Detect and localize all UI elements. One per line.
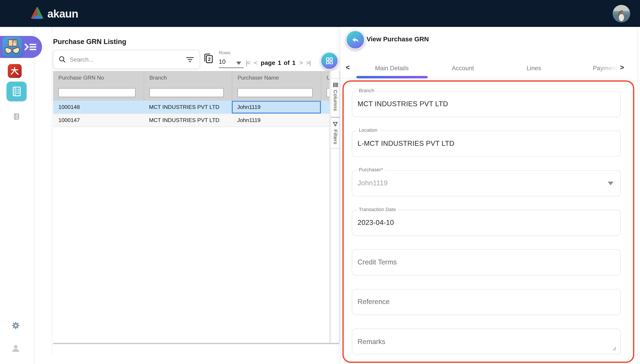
cell-branch[interactable]: MCT INDUSTRIES PVT LTD — [144, 114, 232, 126]
brand-name: akaun — [47, 8, 78, 20]
filter-input-purchaser-name[interactable] — [238, 88, 313, 97]
dropdown-caret-icon[interactable] — [608, 182, 614, 185]
top-bar: akaun — [0, 0, 640, 27]
brand-logo: akaun — [30, 6, 78, 22]
filter-input-updated[interactable] — [326, 88, 329, 97]
field-reference[interactable]: Reference — [352, 289, 621, 315]
duplicate-pages-button[interactable]: 2 — [203, 52, 214, 66]
table-row[interactable]: 1000147 MCT INDUSTRIES PVT LTD John1119 — [53, 114, 329, 127]
settings-button[interactable] — [12, 322, 20, 331]
rows-dropdown-caret-icon[interactable] — [236, 62, 241, 65]
last-page-button[interactable]: >| — [306, 59, 310, 66]
detail-title: View Purchase GRN — [366, 36, 429, 43]
tab-payment[interactable]: Payment — [569, 59, 617, 76]
field-label: Purchaser* — [357, 167, 385, 173]
tab-main-details[interactable]: Main Details — [356, 59, 427, 76]
sidebar-item-da-app[interactable] — [8, 64, 22, 78]
field-label: Branch — [357, 88, 376, 94]
filters-side-tab-label: Filters — [332, 129, 338, 144]
cell-purchaser-selected[interactable]: John1119 — [232, 101, 321, 114]
profile-button[interactable] — [11, 344, 20, 354]
cell-purchaser[interactable]: John1119 — [232, 114, 321, 126]
field-placeholder: Reference — [358, 298, 390, 306]
first-page-button[interactable]: |< — [246, 59, 250, 66]
column-header-branch[interactable]: Branch — [144, 71, 232, 85]
da-character-icon — [9, 66, 20, 76]
search-input[interactable] — [69, 56, 186, 63]
sidebar-divider — [34, 27, 34, 364]
cell-updated[interactable] — [321, 114, 330, 126]
sidebar-item-listing-app-active[interactable] — [6, 82, 26, 101]
rows-select-underline — [219, 67, 244, 68]
page-title: Purchase GRN Listing — [53, 38, 126, 46]
cell-grn-no[interactable]: 1000148 — [53, 101, 144, 114]
field-purchaser[interactable]: Purchaser* John1119 — [352, 170, 621, 196]
field-value: 2023-04-10 — [358, 219, 394, 227]
hands-holding-box-icon — [2, 37, 22, 57]
columns-side-tab[interactable]: Columns — [331, 79, 340, 118]
field-label: Location — [357, 127, 379, 133]
detail-panel: View Purchase GRN < Main Details Account… — [341, 27, 640, 364]
field-credit-terms[interactable]: Credit Terms — [352, 249, 621, 276]
table-side-tabs: Columns Filters — [331, 71, 340, 343]
pagination: |< < page 1 of 1 > >| — [246, 58, 311, 67]
filter-input-grn-no[interactable] — [58, 88, 136, 97]
back-arrow-icon — [351, 35, 360, 44]
total-pages: 1 — [292, 59, 296, 66]
grid-icon — [325, 56, 334, 65]
field-remarks[interactable]: Remarks — [352, 329, 621, 354]
field-location[interactable]: Location L-MCT INDUSTRIES PVT LTD — [352, 131, 621, 157]
previous-page-button[interactable]: < — [254, 59, 257, 66]
panel-scrollbar-track[interactable] — [637, 27, 638, 364]
side-tabs-spacer — [331, 71, 340, 79]
person-icon — [11, 344, 20, 353]
field-placeholder: Credit Terms — [358, 258, 397, 267]
column-header-purchaser-name[interactable]: Purchaser Name — [232, 71, 321, 85]
field-placeholder: Remarks — [358, 338, 385, 346]
field-branch[interactable]: Branch MCT INDUSTRIES PVT LTD — [352, 91, 621, 117]
sidebar-item-goods-receipt-app[interactable] — [2, 37, 22, 57]
tabs-scroll-right-button[interactable]: > — [620, 64, 624, 72]
content-divider — [52, 27, 52, 354]
sidebar-item-listing-inactive[interactable] — [12, 112, 21, 122]
back-button[interactable] — [346, 30, 365, 49]
table-right-border — [329, 71, 330, 343]
field-transaction-date[interactable]: Transaction Date 2023-04-10 — [352, 210, 621, 236]
expand-menu-icon — [24, 42, 37, 52]
tab-account[interactable]: Account — [427, 59, 498, 76]
textarea-resize-handle-icon[interactable] — [613, 345, 616, 352]
user-avatar[interactable] — [613, 5, 630, 22]
cell-updated[interactable] — [321, 101, 330, 114]
current-page-number: 1 — [278, 59, 281, 66]
gear-icon — [12, 322, 20, 329]
form-listing-icon — [10, 84, 23, 98]
columns-side-tab-label: Columns — [332, 90, 338, 111]
field-value: L-MCT INDUSTRIES PVT LTD — [358, 140, 454, 148]
grid-view-button[interactable] — [320, 52, 338, 70]
app-window: akaun — [0, 0, 640, 364]
tab-lines[interactable]: Lines — [498, 59, 570, 76]
rows-per-page-label: Rows — [219, 50, 230, 55]
detail-tabs: Main Details Account Lines Payment — [356, 59, 617, 76]
cell-grn-no[interactable]: 1000147 — [53, 114, 144, 126]
page-word: page — [261, 59, 275, 66]
grn-table: Purchase GRN No Branch Purchaser Name Up… — [53, 71, 329, 127]
columns-icon — [333, 82, 338, 87]
search-box — [53, 50, 200, 69]
next-page-button[interactable]: > — [299, 59, 302, 66]
filters-side-tab[interactable]: Filters — [331, 118, 340, 149]
akaun-triangle-logo-icon — [30, 6, 44, 22]
active-tab-underline — [356, 76, 428, 78]
table-row[interactable]: 1000148 MCT INDUSTRIES PVT LTD John1119 — [53, 101, 329, 114]
column-header-updated[interactable]: Up — [321, 71, 330, 85]
search-icon — [59, 56, 66, 63]
tabs-scroll-left-button[interactable]: < — [346, 64, 350, 72]
field-label: Transaction Date — [357, 206, 398, 212]
rows-per-page-value[interactable]: 10 — [219, 58, 226, 65]
form-listing-gray-icon — [12, 112, 21, 121]
filter-input-branch[interactable] — [149, 88, 224, 97]
column-header-grn-no[interactable]: Purchase GRN No — [53, 71, 144, 85]
cell-branch[interactable]: MCT INDUSTRIES PVT LTD — [144, 101, 232, 114]
table-horizontal-scrollbar[interactable] — [53, 343, 339, 344]
filter-list-icon[interactable] — [186, 57, 194, 62]
